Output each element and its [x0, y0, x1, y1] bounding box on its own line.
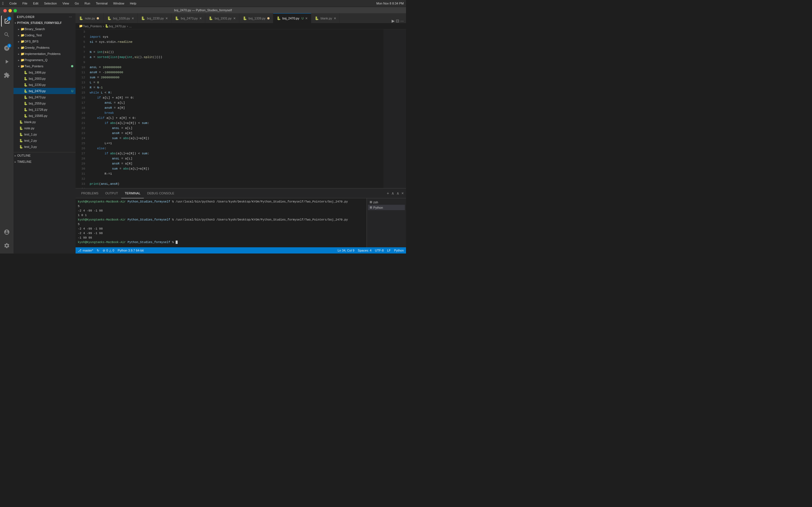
terminal-line: 1 0 1	[78, 213, 364, 217]
status-position[interactable]: Ln 34, Col 9	[338, 249, 354, 252]
sidebar-file-note[interactable]: 🐍 note.py	[13, 125, 75, 131]
breadcrumb-file[interactable]: boj_2470.py	[109, 24, 126, 28]
breadcrumb-folder[interactable]: Two_Pointers	[83, 24, 102, 28]
status-spaces[interactable]: Spaces: 4	[358, 249, 371, 252]
sidebar-item-two-pointers[interactable]: ▾ 📂 Two_Pointers	[13, 63, 75, 69]
sidebar-file-boj2473[interactable]: 🐍 boj_2473.py	[13, 94, 75, 100]
tab-boj1931[interactable]: 🐍 boj_1931.py ×	[205, 13, 239, 23]
tab-boj1339[interactable]: 🐍 boj_1339.py	[239, 13, 273, 23]
minimize-button[interactable]	[8, 9, 12, 12]
encoding-label: UTF-8	[375, 249, 384, 252]
menu-help[interactable]: Help	[128, 1, 139, 6]
timeline-label: TIMELINE	[17, 160, 32, 163]
status-python-version[interactable]: Python 3.9.7 64-bit	[117, 249, 144, 252]
status-language[interactable]: Python	[394, 249, 404, 252]
sidebar-item-dfs-bfs[interactable]: ▸ 📁 DFS_BFS	[13, 38, 75, 45]
sidebar-more-icon[interactable]: ···	[69, 15, 72, 18]
terminal-output[interactable]: kyoh@Kyungtaeks-MacBook-Air Python_Studi…	[75, 198, 366, 247]
sidebar-item-binary-search[interactable]: ▸ 📁 Binary_Search	[13, 26, 75, 32]
menu-run[interactable]: Run	[82, 1, 93, 6]
tab-close-icon[interactable]: ×	[132, 16, 134, 20]
shell-label: Python	[373, 206, 383, 209]
menu-file[interactable]: File	[20, 1, 30, 6]
sidebar-file-test1[interactable]: 🐍 test_1.py	[13, 131, 75, 137]
activity-search[interactable]	[1, 29, 12, 40]
more-actions-icon[interactable]: ···	[400, 18, 404, 23]
menu-terminal[interactable]: Terminal	[94, 1, 110, 6]
menu-code[interactable]: Code	[7, 1, 19, 6]
menu-window[interactable]: Window	[111, 1, 126, 6]
python-file-icon: 🐍	[19, 139, 23, 143]
chevron-right-icon: ▸	[18, 40, 19, 43]
warning-count: 0	[112, 249, 114, 252]
sidebar-root-folder[interactable]: ▾ PYTHON_STUDIES_FORMYSELF	[13, 20, 75, 26]
sidebar-file-boj1806[interactable]: 🐍 boj_1806.py	[13, 69, 75, 75]
breadcrumb-symbol[interactable]: ...	[129, 24, 132, 28]
minimap-preview	[384, 29, 406, 188]
editor[interactable]: 3 4 5 6 7 8 9 10 11 12 13 14 15 16 17 18	[75, 29, 406, 188]
tab-boj2473[interactable]: 🐍 boj_2473.py ×	[171, 13, 205, 23]
tab-note[interactable]: 🐍 note.py	[75, 13, 104, 23]
sidebar-file-boj2230[interactable]: 🐍 boj_2230.py	[13, 82, 75, 88]
menu-selection[interactable]: Selection	[42, 1, 59, 6]
sidebar-item-programmers[interactable]: ▸ 📁 Programmers_Q	[13, 57, 75, 63]
tab-close-icon[interactable]: ×	[233, 16, 236, 20]
close-button[interactable]	[3, 9, 7, 12]
activity-settings[interactable]	[1, 240, 12, 251]
tab-boj2230[interactable]: 🐍 boj_2230.py ×	[138, 13, 171, 23]
status-eol[interactable]: LF	[387, 249, 391, 252]
sidebar-item-implementation[interactable]: ▸ 📁 Implementation_Problems	[13, 51, 75, 57]
shell-python[interactable]: ⊞ Python	[368, 205, 405, 210]
terminal-icon: ⊞	[370, 200, 372, 204]
apple-menu[interactable]: 	[2, 1, 4, 6]
tab-close-icon[interactable]: ×	[305, 16, 308, 20]
status-errors[interactable]: ⊘ 0 △ 0	[103, 249, 114, 252]
tab-modified-dot	[267, 17, 269, 19]
tab-close-icon[interactable]: ×	[165, 16, 168, 20]
sidebar-file-boj2470[interactable]: 🐍 boj_2470.py U	[13, 88, 75, 94]
sidebar-file-blank[interactable]: 🐍 blank.py	[13, 119, 75, 125]
activity-account[interactable]	[1, 226, 12, 238]
activity-source-control[interactable]: 1	[1, 43, 12, 54]
folder-label: DFS_BFS	[24, 40, 39, 43]
status-encoding[interactable]: UTF-8	[375, 249, 384, 252]
collapse-panel-icon[interactable]: ∧	[391, 191, 394, 195]
activity-explorer[interactable]: 2	[1, 15, 12, 27]
sidebar-item-coding-test[interactable]: ▸ 📁 Coding_Test	[13, 32, 75, 38]
tab-close-icon[interactable]: ×	[199, 16, 202, 20]
tab-blank[interactable]: 🐍 blank.py ×	[311, 13, 340, 23]
menu-view[interactable]: View	[60, 1, 71, 6]
maximize-panel-icon[interactable]: ∧	[396, 191, 399, 195]
activity-extensions[interactable]	[1, 69, 12, 81]
tab-boj2470[interactable]: 🐍 boj_2470.py U ×	[273, 13, 311, 23]
menu-go[interactable]: Go	[72, 1, 81, 6]
tab-problems[interactable]: PROBLEMS	[78, 188, 102, 198]
tab-terminal[interactable]: TERMINAL	[121, 188, 144, 198]
menu-edit[interactable]: Edit	[31, 1, 41, 6]
activity-run[interactable]	[1, 56, 12, 67]
maximize-button[interactable]	[13, 9, 17, 12]
status-branch[interactable]: ⎇ master*	[78, 249, 93, 252]
tab-boj1026[interactable]: 🐍 boj_1026.py ×	[104, 13, 138, 23]
sidebar-file-boj2559[interactable]: 🐍 boj_2559.py	[13, 100, 75, 107]
code-area[interactable]: import sys si = sys.stdin.readline N = i…	[87, 29, 384, 188]
tab-close-icon[interactable]: ×	[334, 16, 336, 20]
sidebar-file-boj11728[interactable]: 🐍 boj_11728.py	[13, 107, 75, 113]
python-file-icon: 🐍	[24, 89, 28, 93]
sidebar-file-test3[interactable]: 🐍 test_3.py	[13, 144, 75, 150]
tab-output[interactable]: OUTPUT	[102, 188, 121, 198]
sidebar-outline[interactable]: ▸ OUTLINE	[13, 152, 75, 159]
tab-debug-console[interactable]: DEBUG CONSOLE	[144, 188, 177, 198]
shell-zsh[interactable]: ⊞ zsh	[368, 200, 405, 205]
add-terminal-icon[interactable]: +	[387, 191, 389, 195]
python-icon: 🐍	[315, 16, 319, 20]
sidebar-file-boj2003[interactable]: 🐍 boj_2003.py	[13, 75, 75, 82]
run-icon[interactable]: ▶	[392, 18, 395, 23]
split-editor-icon[interactable]: ⊡	[396, 18, 399, 23]
sidebar-item-greedy[interactable]: ▸ 📁 Greedy_Problems	[13, 45, 75, 51]
close-panel-icon[interactable]: ×	[402, 191, 404, 195]
sidebar-file-boj15565[interactable]: 🐍 boj_15565.py	[13, 113, 75, 119]
sidebar-timeline[interactable]: ▸ TIMELINE	[13, 159, 75, 165]
status-sync[interactable]: ↻	[97, 249, 99, 252]
sidebar-file-test2[interactable]: 🐍 test_2.py	[13, 137, 75, 144]
